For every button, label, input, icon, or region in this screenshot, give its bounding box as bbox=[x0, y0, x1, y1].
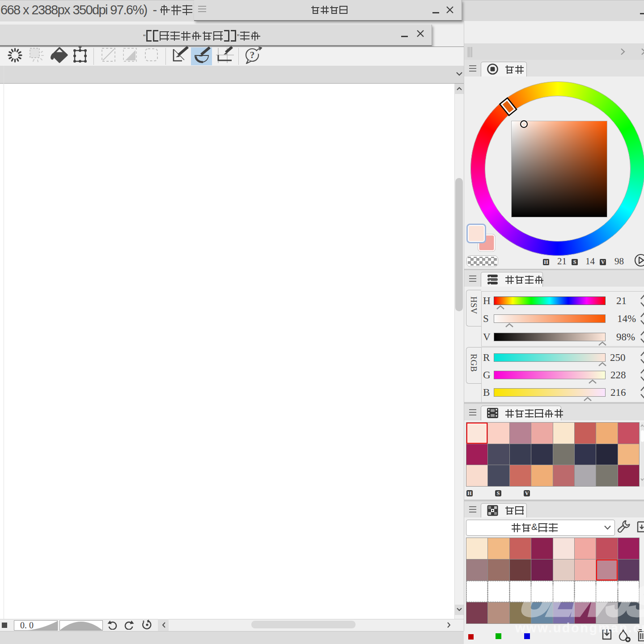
svg-text:?: ? bbox=[250, 50, 255, 60]
svg-text:ULWJSZ: ULWJSZ bbox=[516, 578, 644, 623]
